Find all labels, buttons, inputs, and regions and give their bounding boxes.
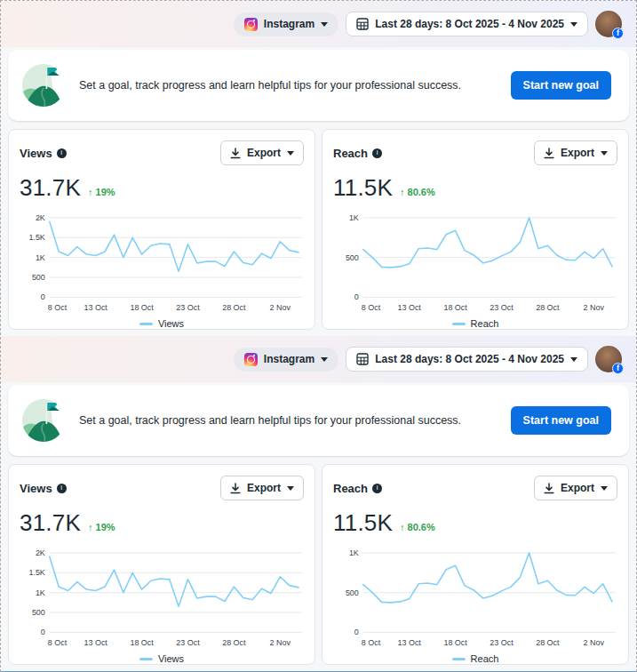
export-button[interactable]: Export [220,140,304,165]
views-card: Views Export 31.7K ↑ 19% [8,464,315,665]
svg-text:2 Nov: 2 Nov [584,303,605,312]
svg-text:23 Oct: 23 Oct [176,638,200,647]
info-icon[interactable] [372,148,382,158]
export-button[interactable]: Export [534,140,617,165]
svg-text:28 Oct: 28 Oct [536,303,560,312]
legend-label: Reach [471,318,499,329]
chevron-down-icon [287,486,294,491]
download-icon [544,483,554,494]
start-new-goal-button[interactable]: Start new goal [511,406,611,435]
metric-cards-row: Views Export 31.7K ↑ 19% [8,464,629,665]
calendar-icon [356,18,369,30]
svg-text:1K: 1K [349,213,359,222]
chevron-down-icon [570,357,577,362]
export-button[interactable]: Export [220,476,304,500]
svg-text:13 Oct: 13 Oct [84,638,108,647]
topbar: Instagram Last 28 days: 8 Oct 2025 - 4 N… [1,336,636,382]
svg-text:0: 0 [354,292,359,301]
views-card-title: Views [20,482,52,495]
svg-text:28 Oct: 28 Oct [222,303,246,312]
reach-chart-legend: Reach [333,318,617,329]
svg-text:18 Oct: 18 Oct [130,303,154,312]
download-icon [230,148,241,159]
svg-text:2K: 2K [36,213,45,222]
info-icon[interactable] [57,148,67,158]
views-metric-value: 31.7K [20,174,81,202]
svg-text:500: 500 [346,588,359,597]
goal-flag-mountain-icon [22,64,65,107]
svg-text:1.5K: 1.5K [28,568,44,577]
views-metric-delta: ↑ 19% [88,522,115,532]
svg-text:8 Oct: 8 Oct [362,303,381,312]
legend-label: Views [158,653,184,664]
views-card: Views Export 31.7K ↑ 19% [8,129,315,330]
chevron-down-icon [570,22,577,27]
legend-dash [139,658,153,660]
account-selector-dropdown[interactable]: Instagram [234,348,338,372]
reach-card-title: Reach [333,482,368,495]
svg-text:0: 0 [354,628,359,636]
svg-text:13 Oct: 13 Oct [398,638,422,647]
goal-flag-mountain-icon [22,399,65,442]
date-range-label: Last 28 days: 8 Oct 2025 - 4 Nov 2025 [375,353,564,365]
svg-text:1.5K: 1.5K [28,233,44,242]
chevron-down-icon [321,357,328,362]
download-icon [230,483,241,494]
export-label: Export [561,482,594,494]
views-metric-delta: ↑ 19% [88,187,115,197]
reach-line-chart: 05001K8 Oct13 Oct18 Oct23 Oct28 Oct2 Nov [333,209,617,316]
chevron-down-icon [601,151,608,156]
svg-text:500: 500 [32,608,45,617]
account-selector-label: Instagram [264,353,315,365]
svg-text:23 Oct: 23 Oct [490,303,514,312]
svg-text:8 Oct: 8 Oct [48,638,68,647]
svg-text:1K: 1K [36,588,45,597]
svg-text:18 Oct: 18 Oct [443,638,467,647]
svg-text:8 Oct: 8 Oct [48,303,68,312]
goal-banner-message: Set a goal, track progress and learn hel… [79,79,497,92]
views-card-title: Views [20,147,52,160]
chevron-down-icon [601,486,608,491]
screen-capture-frame: Instagram Last 28 days: 8 Oct 2025 - 4 N… [0,0,637,672]
svg-text:2 Nov: 2 Nov [270,638,291,647]
svg-text:1K: 1K [349,548,359,557]
views-chart-legend: Views [20,318,304,329]
svg-text:8 Oct: 8 Oct [362,638,381,647]
legend-dash [452,323,466,325]
goal-banner-message: Set a goal, track progress and learn hel… [79,414,497,427]
info-icon[interactable] [57,484,67,493]
info-icon[interactable] [372,484,382,493]
views-line-chart: 05001K1.5K2K8 Oct13 Oct18 Oct23 Oct28 Oc… [20,544,304,652]
views-chart-legend: Views [20,653,304,664]
svg-text:0: 0 [41,292,45,301]
date-range-label: Last 28 days: 8 Oct 2025 - 4 Nov 2025 [375,18,564,30]
metric-cards-row: Views Export 31.7K ↑ 19% [8,129,629,330]
reach-metric-delta: ↑ 80.6% [400,522,435,532]
download-icon [544,148,554,159]
export-label: Export [247,147,281,159]
start-new-goal-button[interactable]: Start new goal [511,71,611,100]
svg-text:13 Oct: 13 Oct [84,303,108,312]
instagram-icon [244,353,258,366]
svg-text:28 Oct: 28 Oct [536,638,560,647]
reach-chart-legend: Reach [333,653,617,664]
legend-label: Views [158,318,184,329]
svg-text:28 Oct: 28 Oct [222,638,246,647]
date-range-dropdown[interactable]: Last 28 days: 8 Oct 2025 - 4 Nov 2025 [346,12,588,36]
svg-text:500: 500 [346,253,359,262]
svg-text:0: 0 [41,628,45,636]
date-range-dropdown[interactable]: Last 28 days: 8 Oct 2025 - 4 Nov 2025 [346,347,588,372]
legend-label: Reach [471,653,499,664]
account-selector-label: Instagram [264,18,315,30]
insights-panel: Instagram Last 28 days: 8 Oct 2025 - 4 N… [1,1,636,336]
account-selector-dropdown[interactable]: Instagram [234,12,338,36]
topbar: Instagram Last 28 days: 8 Oct 2025 - 4 N… [1,1,636,47]
legend-dash [452,658,466,660]
export-button[interactable]: Export [534,476,617,500]
profile-avatar[interactable] [595,346,622,372]
svg-text:2 Nov: 2 Nov [270,303,291,312]
reach-line-chart: 05001K8 Oct13 Oct18 Oct23 Oct28 Oct2 Nov [333,544,617,652]
profile-avatar[interactable] [595,11,622,37]
reach-metric-delta: ↑ 80.6% [400,187,435,197]
goal-banner: Set a goal, track progress and learn hel… [8,385,629,456]
